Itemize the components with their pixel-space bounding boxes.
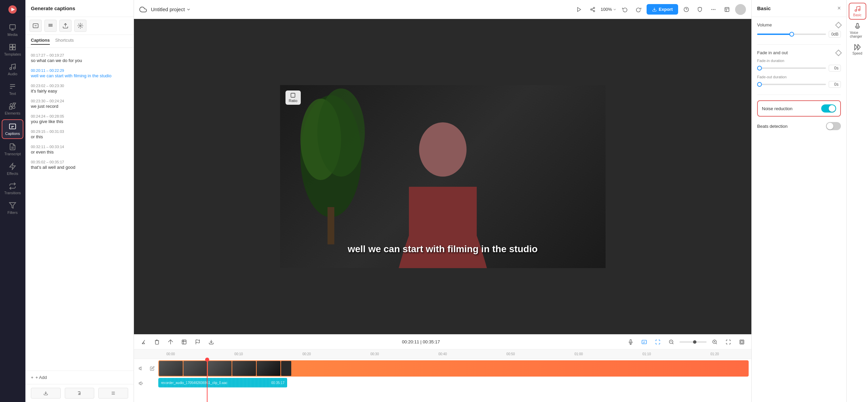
layout-btn[interactable] <box>722 4 732 15</box>
caption-item-2[interactable]: 00:23:02 – 00:23:30 it's fairly easy <box>25 81 134 96</box>
audio-track-volume-icon[interactable] <box>137 381 146 386</box>
sidebar-item-effects[interactable]: Effects <box>2 160 23 178</box>
avatar[interactable] <box>735 4 746 15</box>
volume-slider[interactable] <box>757 34 826 35</box>
fade-out-thumb[interactable] <box>757 82 762 87</box>
sidebar-item-captions[interactable]: Captions <box>2 119 23 139</box>
zoom-in-btn[interactable] <box>709 337 720 347</box>
clip-btn[interactable] <box>179 337 190 347</box>
snap-btn[interactable] <box>652 337 663 347</box>
volume-track-icon[interactable] <box>137 366 146 371</box>
captions-timeline-btn[interactable] <box>639 337 650 347</box>
sidebar-item-media[interactable]: Media <box>2 21 23 39</box>
translate-captions-btn[interactable] <box>65 388 95 399</box>
timeline-toolbar: 00:20:11 | 00:35:17 <box>134 335 751 349</box>
beats-toggle-thumb <box>827 123 833 129</box>
fade-in-slider[interactable] <box>757 67 826 69</box>
caption-upload-btn[interactable] <box>59 20 72 32</box>
caption-item-4[interactable]: 00:24:24 – 00:28:05 you give like this <box>25 112 134 127</box>
audio-volume-icon <box>139 381 144 386</box>
caption-settings-btn[interactable] <box>98 388 128 399</box>
svg-point-10 <box>13 106 15 108</box>
trim-btn[interactable] <box>138 337 149 347</box>
redo-btn[interactable] <box>633 4 644 15</box>
volume-slider-thumb[interactable] <box>789 32 794 37</box>
volume-fill <box>757 34 792 35</box>
rtool-basic[interactable]: Basic <box>849 3 866 20</box>
play-btn[interactable] <box>574 4 585 15</box>
video-track[interactable] <box>158 360 749 377</box>
export-frame-btn[interactable] <box>206 337 217 347</box>
svg-point-25 <box>593 10 595 12</box>
fade-in-thumb[interactable] <box>757 66 762 71</box>
audio-track[interactable]: recorder_audio_1705482836951_clip_0.aac … <box>158 378 287 387</box>
add-caption-button[interactable]: + + Add <box>25 370 134 384</box>
tab-captions[interactable]: Captions <box>31 38 50 45</box>
share-btn[interactable] <box>587 4 598 15</box>
tab-shortcuts[interactable]: Shortcuts <box>55 38 74 45</box>
caption-ai-btn[interactable] <box>74 20 86 32</box>
ruler-marks: 00:00 00:10 00:20 00:30 00:40 00:50 01:0… <box>137 352 749 356</box>
zoom-slider[interactable] <box>679 341 707 343</box>
rtool-voice-changer[interactable]: Voice changer <box>849 21 866 40</box>
video-canvas: well we can start with filming in the st… <box>280 85 606 268</box>
caption-item-6[interactable]: 00:32:11 – 00:33:14 or even this <box>25 142 134 157</box>
sidebar-item-transcript[interactable]: Transcript <box>2 140 23 159</box>
svg-point-63 <box>858 9 860 11</box>
caption-style-btn-2[interactable] <box>44 20 57 32</box>
more-options-btn[interactable] <box>708 4 719 15</box>
sidebar-item-transitions[interactable]: Transitions <box>2 180 23 198</box>
video-person <box>358 99 528 268</box>
main-content: Untitled project 100% Export <box>134 0 751 402</box>
undo-btn[interactable] <box>619 4 630 15</box>
delete-btn[interactable] <box>152 337 162 347</box>
fullscreen-btn[interactable] <box>723 337 734 347</box>
zoom-display[interactable]: 100% <box>601 7 617 12</box>
zoom-slider-thumb[interactable] <box>693 340 696 344</box>
brand-kit-btn[interactable] <box>694 4 705 15</box>
sidebar-item-templates[interactable]: Templates <box>2 41 23 59</box>
caption-item-1[interactable]: 00:20:11 – 00:22:29 well we can start wi… <box>25 66 134 81</box>
volume-section: Volume 0dB <box>757 22 841 38</box>
video-track-content[interactable] <box>158 360 749 377</box>
caption-style-btn-1[interactable] <box>29 20 42 32</box>
split-btn[interactable] <box>165 337 176 347</box>
svg-point-62 <box>855 10 856 12</box>
sidebar-item-elements[interactable]: Elements <box>2 100 23 118</box>
timeline-tracks-area: 00:00 00:10 00:20 00:30 00:40 00:50 01:0… <box>134 349 751 402</box>
sidebar-item-text[interactable]: Text <box>2 80 23 98</box>
rtool-speed[interactable]: Speed <box>849 42 866 57</box>
noise-reduction-toggle[interactable] <box>821 104 836 113</box>
edit-track-icon[interactable] <box>147 366 157 371</box>
flag-btn[interactable] <box>192 337 203 347</box>
close-panel-btn[interactable]: × <box>837 5 841 12</box>
sidebar-item-audio[interactable]: Audio <box>2 60 23 79</box>
svg-point-9 <box>10 104 13 106</box>
microphone-btn[interactable] <box>625 337 636 347</box>
zoom-out-btn[interactable] <box>666 337 677 347</box>
audio-track-content[interactable]: recorder_audio_1705482836951_clip_0.aac … <box>158 378 749 389</box>
sidebar-item-filters[interactable]: Filters <box>2 199 23 217</box>
svg-marker-16 <box>10 163 16 169</box>
beats-detection-toggle[interactable] <box>826 122 841 130</box>
download-captions-btn[interactable] <box>31 388 61 399</box>
save-frame-btn[interactable] <box>736 337 747 347</box>
captions-panel: Generate captions Captions Shortcuts 00:… <box>25 0 134 402</box>
export-button[interactable]: Export <box>647 4 678 15</box>
caption-item-7[interactable]: 00:35:02 – 00:35:17 that's all well and … <box>25 157 134 173</box>
beats-detection-row: Beats detection <box>757 121 841 132</box>
project-name[interactable]: Untitled project <box>151 6 191 12</box>
svg-line-52 <box>672 343 673 344</box>
caption-item-0[interactable]: 00:17:27 – 00:19:27 so what can we do fo… <box>25 51 134 66</box>
export-icon <box>652 7 657 12</box>
app-logo[interactable] <box>6 3 19 16</box>
ratio-button[interactable]: Ratio <box>285 91 301 105</box>
fade-out-slider[interactable] <box>757 84 826 85</box>
fade-keyframe-btn[interactable] <box>835 49 842 56</box>
caption-item-5[interactable]: 00:29:15 – 00:31:03 or this <box>25 127 134 142</box>
caption-item-3[interactable]: 00:23:30 – 00:24:24 we just record <box>25 96 134 112</box>
ratio-icon <box>290 93 296 98</box>
volume-keyframe-btn[interactable] <box>835 22 842 28</box>
noise-reduction-label: Noise reduction <box>762 106 792 111</box>
help-btn[interactable] <box>681 4 692 15</box>
